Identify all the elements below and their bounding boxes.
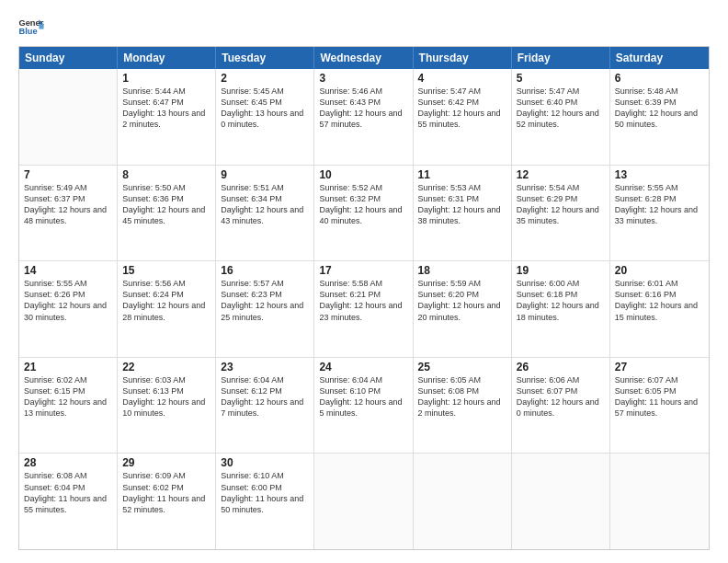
calendar-cell: 12Sunrise: 5:54 AMSunset: 6:29 PMDayligh… [512,166,610,261]
day-number: 3 [319,72,407,85]
calendar: SundayMondayTuesdayWednesdayThursdayFrid… [18,46,710,550]
calendar-cell: 8Sunrise: 5:50 AMSunset: 6:36 PMDaylight… [118,166,216,261]
calendar-header-cell: Thursday [414,47,512,69]
calendar-cell: 7Sunrise: 5:49 AMSunset: 6:37 PMDaylight… [19,166,118,261]
calendar-header-cell: Saturday [610,47,709,69]
day-number: 4 [418,72,506,85]
calendar-cell: 27Sunrise: 6:07 AMSunset: 6:05 PMDayligh… [610,358,709,454]
calendar-cell: 28Sunrise: 6:08 AMSunset: 6:04 PMDayligh… [19,454,118,549]
cell-info: Sunrise: 5:56 AMSunset: 6:24 PMDaylight:… [122,278,210,323]
day-number: 1 [122,72,210,85]
calendar-cell: 2Sunrise: 5:45 AMSunset: 6:45 PMDaylight… [216,69,314,165]
day-number: 2 [221,72,309,85]
calendar-header-cell: Friday [512,47,610,69]
day-number: 23 [221,361,309,373]
day-number: 7 [24,168,112,181]
page: General Blue SundayMondayTuesdayWednesda… [0,0,728,563]
day-number: 22 [122,361,210,373]
cell-info: Sunrise: 6:07 AMSunset: 6:05 PMDaylight:… [615,374,704,419]
cell-info: Sunrise: 5:46 AMSunset: 6:43 PMDaylight:… [319,86,407,131]
cell-info: Sunrise: 6:03 AMSunset: 6:13 PMDaylight:… [122,374,210,419]
day-number: 30 [221,456,309,469]
day-number: 28 [24,456,112,469]
calendar-cell: 13Sunrise: 5:55 AMSunset: 6:28 PMDayligh… [610,166,709,261]
calendar-header-cell: Wednesday [314,47,413,69]
cell-info: Sunrise: 5:51 AMSunset: 6:34 PMDaylight:… [221,182,309,227]
calendar-cell: 29Sunrise: 6:09 AMSunset: 6:02 PMDayligh… [118,454,216,549]
calendar-cell: 22Sunrise: 6:03 AMSunset: 6:13 PMDayligh… [118,358,216,454]
cell-info: Sunrise: 5:52 AMSunset: 6:32 PMDaylight:… [319,182,407,227]
calendar-cell: 20Sunrise: 6:01 AMSunset: 6:16 PMDayligh… [610,261,709,357]
calendar-cell [610,454,709,549]
cell-info: Sunrise: 6:00 AMSunset: 6:18 PMDaylight:… [517,278,605,323]
calendar-cell: 19Sunrise: 6:00 AMSunset: 6:18 PMDayligh… [512,261,610,357]
cell-info: Sunrise: 6:09 AMSunset: 6:02 PMDaylight:… [122,470,210,515]
day-number: 20 [615,264,704,277]
day-number: 24 [319,361,407,373]
calendar-header-cell: Monday [118,47,216,69]
calendar-body: 1Sunrise: 5:44 AMSunset: 6:47 PMDaylight… [19,69,709,549]
calendar-cell: 24Sunrise: 6:04 AMSunset: 6:10 PMDayligh… [314,358,413,454]
day-number: 21 [24,361,112,373]
day-number: 11 [418,168,506,181]
logo: General Blue [18,17,48,37]
svg-text:Blue: Blue [18,27,37,36]
cell-info: Sunrise: 5:58 AMSunset: 6:21 PMDaylight:… [319,278,407,323]
cell-info: Sunrise: 6:10 AMSunset: 6:00 PMDaylight:… [221,470,309,515]
day-number: 27 [615,361,704,373]
cell-info: Sunrise: 5:55 AMSunset: 6:26 PMDaylight:… [24,278,112,323]
day-number: 13 [615,168,704,181]
calendar-cell: 30Sunrise: 6:10 AMSunset: 6:00 PMDayligh… [216,454,314,549]
calendar-row: 21Sunrise: 6:02 AMSunset: 6:15 PMDayligh… [19,357,709,454]
cell-info: Sunrise: 6:06 AMSunset: 6:07 PMDaylight:… [517,374,605,419]
calendar-header: SundayMondayTuesdayWednesdayThursdayFrid… [19,47,709,69]
calendar-row: 28Sunrise: 6:08 AMSunset: 6:04 PMDayligh… [19,453,709,549]
day-number: 6 [615,72,704,85]
calendar-cell: 6Sunrise: 5:48 AMSunset: 6:39 PMDaylight… [610,69,709,165]
day-number: 14 [24,264,112,277]
calendar-cell: 18Sunrise: 5:59 AMSunset: 6:20 PMDayligh… [414,261,512,357]
cell-info: Sunrise: 5:44 AMSunset: 6:47 PMDaylight:… [122,86,210,131]
calendar-cell [414,454,512,549]
cell-info: Sunrise: 5:50 AMSunset: 6:36 PMDaylight:… [122,182,210,227]
calendar-cell [19,69,118,165]
cell-info: Sunrise: 5:53 AMSunset: 6:31 PMDaylight:… [418,182,506,227]
cell-info: Sunrise: 6:01 AMSunset: 6:16 PMDaylight:… [615,278,704,323]
calendar-cell: 25Sunrise: 6:05 AMSunset: 6:08 PMDayligh… [414,358,512,454]
calendar-row: 14Sunrise: 5:55 AMSunset: 6:26 PMDayligh… [19,260,709,357]
calendar-cell: 9Sunrise: 5:51 AMSunset: 6:34 PMDaylight… [216,166,314,261]
calendar-cell: 5Sunrise: 5:47 AMSunset: 6:40 PMDaylight… [512,69,610,165]
calendar-header-cell: Tuesday [216,47,314,69]
calendar-cell: 26Sunrise: 6:06 AMSunset: 6:07 PMDayligh… [512,358,610,454]
calendar-row: 1Sunrise: 5:44 AMSunset: 6:47 PMDaylight… [19,69,709,165]
calendar-cell: 21Sunrise: 6:02 AMSunset: 6:15 PMDayligh… [19,358,118,454]
calendar-cell: 10Sunrise: 5:52 AMSunset: 6:32 PMDayligh… [314,166,413,261]
calendar-cell: 3Sunrise: 5:46 AMSunset: 6:43 PMDaylight… [314,69,413,165]
cell-info: Sunrise: 6:04 AMSunset: 6:10 PMDaylight:… [319,374,407,419]
calendar-cell: 15Sunrise: 5:56 AMSunset: 6:24 PMDayligh… [118,261,216,357]
cell-info: Sunrise: 5:59 AMSunset: 6:20 PMDaylight:… [418,278,506,323]
calendar-row: 7Sunrise: 5:49 AMSunset: 6:37 PMDaylight… [19,165,709,261]
calendar-cell: 16Sunrise: 5:57 AMSunset: 6:23 PMDayligh… [216,261,314,357]
day-number: 26 [517,361,605,373]
day-number: 17 [319,264,407,277]
cell-info: Sunrise: 5:57 AMSunset: 6:23 PMDaylight:… [221,278,309,323]
cell-info: Sunrise: 6:05 AMSunset: 6:08 PMDaylight:… [418,374,506,419]
svg-marker-3 [39,24,43,29]
cell-info: Sunrise: 5:48 AMSunset: 6:39 PMDaylight:… [615,86,704,131]
cell-info: Sunrise: 5:49 AMSunset: 6:37 PMDaylight:… [24,182,112,227]
cell-info: Sunrise: 5:47 AMSunset: 6:40 PMDaylight:… [517,86,605,131]
cell-info: Sunrise: 6:08 AMSunset: 6:04 PMDaylight:… [24,470,112,515]
day-number: 19 [517,264,605,277]
day-number: 16 [221,264,309,277]
calendar-header-cell: Sunday [19,47,118,69]
day-number: 12 [517,168,605,181]
day-number: 29 [122,456,210,469]
day-number: 18 [418,264,506,277]
header: General Blue [18,17,710,37]
calendar-cell: 4Sunrise: 5:47 AMSunset: 6:42 PMDaylight… [414,69,512,165]
calendar-cell: 23Sunrise: 6:04 AMSunset: 6:12 PMDayligh… [216,358,314,454]
calendar-cell: 11Sunrise: 5:53 AMSunset: 6:31 PMDayligh… [414,166,512,261]
calendar-cell: 1Sunrise: 5:44 AMSunset: 6:47 PMDaylight… [118,69,216,165]
day-number: 10 [319,168,407,181]
